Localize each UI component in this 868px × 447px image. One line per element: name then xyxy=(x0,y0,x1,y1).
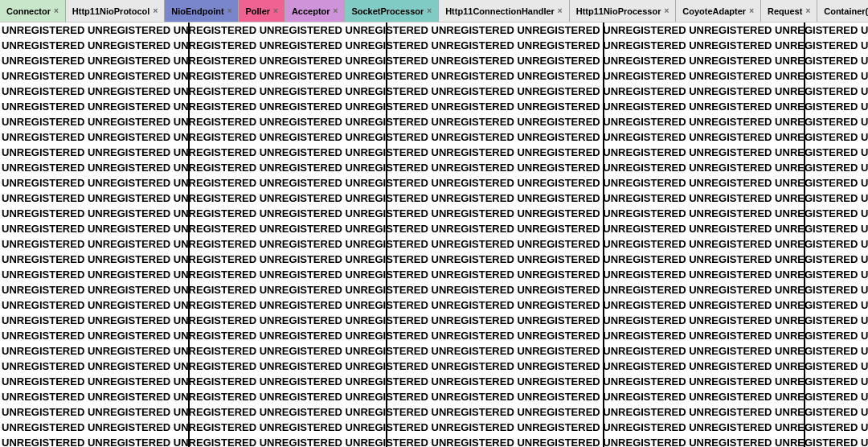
tab-label-http11nioprotocol: Http11NioProtocol xyxy=(72,6,150,16)
tab-poller[interactable]: Poller× xyxy=(239,0,285,22)
unregistered-line: UNREGISTERED UNREGISTERED UNREGISTERED U… xyxy=(0,53,868,68)
tab-close-http11connectionhandler[interactable]: × xyxy=(558,6,563,15)
tab-coyoteadapter[interactable]: CoyoteAdapter× xyxy=(676,0,761,22)
unregistered-line: UNREGISTERED UNREGISTERED UNREGISTERED U… xyxy=(0,23,868,38)
tab-containerengine[interactable]: Container(Engine)× xyxy=(817,0,868,22)
tab-close-nioendpoint[interactable]: × xyxy=(227,6,232,15)
unregistered-line: UNREGISTERED UNREGISTERED UNREGISTERED U… xyxy=(0,99,868,114)
unregistered-line: UNREGISTERED UNREGISTERED UNREGISTERED U… xyxy=(0,84,868,99)
tab-label-coyoteadapter: CoyoteAdapter xyxy=(682,6,746,16)
unregistered-line: UNREGISTERED UNREGISTERED UNREGISTERED U… xyxy=(0,252,868,267)
tab-http11connectionhandler[interactable]: Http11ConnectionHandler× xyxy=(439,0,570,22)
tab-close-coyoteadapter[interactable]: × xyxy=(749,6,754,15)
unregistered-line: UNREGISTERED UNREGISTERED UNREGISTERED U… xyxy=(0,191,868,206)
unregistered-line: UNREGISTERED UNREGISTERED UNREGISTERED U… xyxy=(0,160,868,175)
tab-label-containerengine: Container(Engine) xyxy=(824,6,868,16)
unregistered-line: UNREGISTERED UNREGISTERED UNREGISTERED U… xyxy=(0,359,868,374)
unregistered-line: UNREGISTERED UNREGISTERED UNREGISTERED U… xyxy=(0,221,868,236)
unregistered-line: UNREGISTERED UNREGISTERED UNREGISTERED U… xyxy=(0,420,868,435)
tab-close-socketprocessor[interactable]: × xyxy=(427,6,432,15)
unregistered-line: UNREGISTERED UNREGISTERED UNREGISTERED U… xyxy=(0,343,868,359)
unregistered-line: UNREGISTERED UNREGISTERED UNREGISTERED U… xyxy=(0,129,868,145)
unregistered-line: UNREGISTERED UNREGISTERED UNREGISTERED U… xyxy=(0,297,868,313)
unregistered-line: UNREGISTERED UNREGISTERED UNREGISTERED U… xyxy=(0,206,868,221)
unregistered-line: UNREGISTERED UNREGISTERED UNREGISTERED U… xyxy=(0,435,868,447)
unregistered-line: UNREGISTERED UNREGISTERED UNREGISTERED U… xyxy=(0,175,868,191)
tab-close-poller[interactable]: × xyxy=(273,6,278,15)
tab-close-connector[interactable]: × xyxy=(54,6,59,15)
tab-connector[interactable]: Connector× xyxy=(0,0,66,22)
unregistered-line: UNREGISTERED UNREGISTERED UNREGISTERED U… xyxy=(0,236,868,252)
unregistered-line: UNREGISTERED UNREGISTERED UNREGISTERED U… xyxy=(0,267,868,282)
unregistered-line: UNREGISTERED UNREGISTERED UNREGISTERED U… xyxy=(0,389,868,404)
tab-label-http11connectionhandler: Http11ConnectionHandler xyxy=(445,6,555,16)
tab-http11nioprocessor[interactable]: Http11NioProcessor× xyxy=(570,0,677,22)
tab-label-acceptor: Acceptor xyxy=(292,6,330,16)
tab-label-http11nioprocessor: Http11NioProcessor xyxy=(576,6,661,16)
tab-label-nioendpoint: NioEndpoint xyxy=(171,6,223,16)
unregistered-line: UNREGISTERED UNREGISTERED UNREGISTERED U… xyxy=(0,282,868,297)
tab-label-request: Request xyxy=(768,6,802,16)
unregistered-line: UNREGISTERED UNREGISTERED UNREGISTERED U… xyxy=(0,68,868,84)
tab-nioendpoint[interactable]: NioEndpoint× xyxy=(165,0,239,22)
tab-close-http11nioprocessor[interactable]: × xyxy=(664,6,669,15)
tab-http11nioprotocol[interactable]: Http11NioProtocol× xyxy=(66,0,165,22)
tab-label-socketprocessor: SocketProcessor xyxy=(351,6,424,16)
tab-bar: Connector×Http11NioProtocol×NioEndpoint×… xyxy=(0,0,868,23)
tab-close-request[interactable]: × xyxy=(805,6,810,15)
unregistered-line: UNREGISTERED UNREGISTERED UNREGISTERED U… xyxy=(0,38,868,53)
tab-request[interactable]: Request× xyxy=(761,0,817,22)
tab-label-connector: Connector xyxy=(6,6,51,16)
main-content: UNREGISTERED UNREGISTERED UNREGISTERED U… xyxy=(0,23,868,447)
unregistered-line: UNREGISTERED UNREGISTERED UNREGISTERED U… xyxy=(0,328,868,343)
tab-socketprocessor[interactable]: SocketProcessor× xyxy=(345,0,439,22)
unregistered-background: UNREGISTERED UNREGISTERED UNREGISTERED U… xyxy=(0,23,868,447)
unregistered-line: UNREGISTERED UNREGISTERED UNREGISTERED U… xyxy=(0,145,868,160)
unregistered-line: UNREGISTERED UNREGISTERED UNREGISTERED U… xyxy=(0,374,868,389)
tab-close-http11nioprotocol[interactable]: × xyxy=(153,6,158,15)
unregistered-line: UNREGISTERED UNREGISTERED UNREGISTERED U… xyxy=(0,404,868,420)
tab-label-poller: Poller xyxy=(245,6,270,16)
tab-acceptor[interactable]: Acceptor× xyxy=(285,0,346,22)
unregistered-line: UNREGISTERED UNREGISTERED UNREGISTERED U… xyxy=(0,313,868,328)
unregistered-line: UNREGISTERED UNREGISTERED UNREGISTERED U… xyxy=(0,114,868,129)
tab-close-acceptor[interactable]: × xyxy=(334,6,338,15)
